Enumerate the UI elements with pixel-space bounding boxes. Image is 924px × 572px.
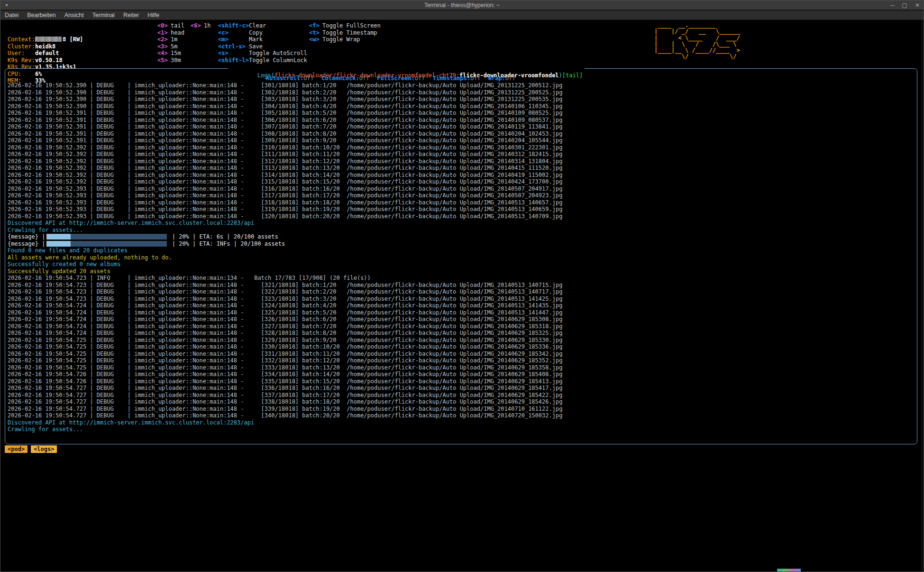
hotkey-key: <c> <box>218 29 249 37</box>
menu-item-reiter[interactable]: Reiter <box>119 10 143 20</box>
header-info-label: K9s Rev: <box>8 57 35 64</box>
log-line: 2026-02-16 19:50:54.727 | DEBUG | immich… <box>8 406 915 413</box>
header-info-value: v0.50.18 <box>35 57 63 64</box>
log-status-value: Off <box>415 75 425 82</box>
crumb-pod[interactable]: <pod> <box>5 445 27 453</box>
log-line: 2026-02-16 19:50:52.392 | DEBUG | immich… <box>8 178 915 185</box>
log-status-label: Timestamps: <box>433 75 470 82</box>
log-line: Crawling for assets... <box>8 227 915 234</box>
log-line: 2026-02-16 19:50:52.392 | DEBUG | immich… <box>8 172 915 179</box>
progress-fill <box>46 234 71 240</box>
hotkey-label: tail <box>171 22 184 29</box>
log-line: Discovered API at http://immich-server.i… <box>8 220 915 227</box>
log-line: {message} | | 20% | ETA: 6s | 20/100 ass… <box>8 233 915 240</box>
hotkeys-actions: <shift-c>Clear<c>Copy<m>Mark<ctrl-s>Save… <box>218 22 307 64</box>
log-line: 2026-02-16 19:50:54.725 | DEBUG | immich… <box>8 364 915 371</box>
log-line: 2026-02-16 19:50:52.391 | DEBUG | immich… <box>8 110 915 117</box>
scrollbar[interactable] <box>921 20 923 571</box>
log-status-item: Autoscroll:Off <box>266 75 314 82</box>
hotkey-row: <shift-c>Clear <box>218 22 307 29</box>
log-status-label: ColumnLock: <box>321 75 359 82</box>
menu-item-terminal[interactable]: Terminal <box>88 10 119 20</box>
header-info-row: Context:8 [RW] <box>8 36 923 43</box>
log-line: 2026-02-16 19:50:52.391 | DEBUG | immich… <box>8 117 915 124</box>
log-line: 2026-02-16 19:50:54.723 | DEBUG | immich… <box>8 288 915 295</box>
log-status-label: Wrap: <box>488 75 505 82</box>
log-line: 2026-02-16 19:50:54.727 | DEBUG | immich… <box>8 398 915 406</box>
header-info-value: heidk8 <box>35 43 55 50</box>
hotkey-label: Clear <box>249 22 266 29</box>
menu-item-ansicht[interactable]: Ansicht <box>60 10 88 20</box>
header-info-value: default <box>35 50 59 56</box>
header-info-label: Cluster: <box>8 43 35 50</box>
log-line: 2026-02-16 19:50:54.724 | DEBUG | immich… <box>8 323 915 330</box>
log-line: 2026-02-16 19:50:52.390 | DEBUG | immich… <box>8 89 915 96</box>
terminal-window: ▾ Terminal - thiess@hyperion: ~ ─ ▢ ✕ Da… <box>0 0 924 572</box>
hotkey-label: 15m <box>171 50 181 56</box>
hotkey-key: <shift-c> <box>218 22 249 29</box>
log-line: 2026-02-16 19:50:52.392 | DEBUG | immich… <box>8 151 915 158</box>
terminal-content: Context:8 [RW]Cluster:heidk8User:default… <box>1 20 923 571</box>
log-line: Found 0 new files and 20 duplicates <box>8 247 915 254</box>
crumb-logs[interactable]: <logs> <box>31 445 57 453</box>
log-line: 2026-02-16 19:50:54.726 | DEBUG | immich… <box>8 378 915 385</box>
log-line: 2026-02-16 19:50:54.724 | DEBUG | immich… <box>8 316 915 323</box>
log-status-item: ColumnLock:Off <box>321 75 369 82</box>
redacted-context-value <box>35 37 62 42</box>
hotkey-label: Toggle ColumnLock <box>249 57 307 64</box>
hotkey-row: <2>1m <box>157 36 184 43</box>
log-line: 2026-02-16 19:50:52.391 | DEBUG | immich… <box>8 137 915 144</box>
hotkey-row: <w>Toggle Wrap <box>309 36 381 43</box>
log-line: {message} | | 20% | ETA: INFs | 20/100 a… <box>8 240 915 248</box>
titlebar[interactable]: ▾ Terminal - thiess@hyperion: ~ ─ ▢ ✕ <box>0 0 924 10</box>
log-status-item: Timestamps:Off <box>433 75 481 82</box>
hotkey-label: Toggle AutoScroll <box>249 50 307 56</box>
hotkey-key: <m> <box>218 36 249 43</box>
menu-item-hilfe[interactable]: Hilfe <box>143 10 164 20</box>
menu-item-bearbeiten[interactable]: Bearbeiten <box>23 10 60 20</box>
hotkey-key: <3> <box>157 43 171 50</box>
progress-label: {message} | <box>8 233 45 240</box>
hotkey-key: <1> <box>157 29 171 37</box>
hotkey-label: Toggle Wrap <box>322 36 360 43</box>
k9s-header: Context:8 [RW]Cluster:heidk8User:default… <box>8 22 923 72</box>
hotkey-label: Toggle Timestamp <box>322 29 377 36</box>
hotkey-key: <t> <box>309 29 322 37</box>
header-info-row: Cluster:heidk8 <box>8 43 923 50</box>
hotkeys-range2: <6>1h <box>191 22 210 29</box>
hotkey-row: <m>Mark <box>218 36 307 43</box>
log-status-value: Off <box>505 75 516 82</box>
log-line: 2026-02-16 19:50:54.725 | DEBUG | immich… <box>8 343 915 351</box>
hotkey-row: <4>15m <box>157 50 184 57</box>
menu-item-datei[interactable]: Datei <box>0 10 23 20</box>
hotkey-row: <f>Toggle FullScreen <box>309 22 381 29</box>
log-line: Successfully updated 20 assets <box>8 268 915 275</box>
log-lines: 2026-02-16 19:50:52.390 | DEBUG | immich… <box>8 82 915 433</box>
log-line: 2026-02-16 19:50:54.723 | DEBUG | immich… <box>8 282 915 289</box>
hotkey-key: <5> <box>157 57 171 64</box>
minimize-button[interactable]: ─ <box>890 0 895 10</box>
progress-stats: | 20% | ETA: INFs | 20/100 assets <box>168 240 285 247</box>
close-button[interactable]: ✕ <box>915 0 920 10</box>
log-status-value: Off <box>359 75 370 82</box>
log-status-bar: Autoscroll:OffColumnLock:OffFullScreen:O… <box>266 75 523 82</box>
hotkeys-toggles: <f>Toggle FullScreen<t>Toggle Timestamp<… <box>309 22 381 43</box>
log-line: Discovered API at http://immich-server.i… <box>8 419 915 426</box>
hotkey-row: <t>Toggle Timestamp <box>309 29 381 37</box>
log-title-suffix: ) <box>559 72 562 79</box>
hotkey-row: <c>Copy <box>218 29 307 37</box>
hotkey-key: <0> <box>157 22 171 29</box>
log-line: 2026-02-16 19:50:52.393 | DEBUG | immich… <box>8 192 915 199</box>
log-line: Successfully created 0 new albums <box>8 261 915 268</box>
hotkey-key: <4> <box>157 50 171 57</box>
menu-bar: DateiBearbeitenAnsichtTerminalReiterHilf… <box>0 10 924 20</box>
hotkey-label: Save <box>249 43 263 50</box>
hotkey-key: <w> <box>309 36 322 43</box>
maximize-button[interactable]: ▢ <box>902 0 907 10</box>
hotkey-label: 1m <box>171 36 177 43</box>
hotkey-row: <shift-l>Toggle ColumnLock <box>218 57 307 64</box>
hotkey-label: Toggle FullScreen <box>322 22 381 29</box>
log-line: 2026-02-16 19:50:52.390 | DEBUG | immich… <box>8 82 915 89</box>
progress-fill <box>46 241 71 247</box>
hotkey-row: <s>Toggle AutoScroll <box>218 50 307 57</box>
